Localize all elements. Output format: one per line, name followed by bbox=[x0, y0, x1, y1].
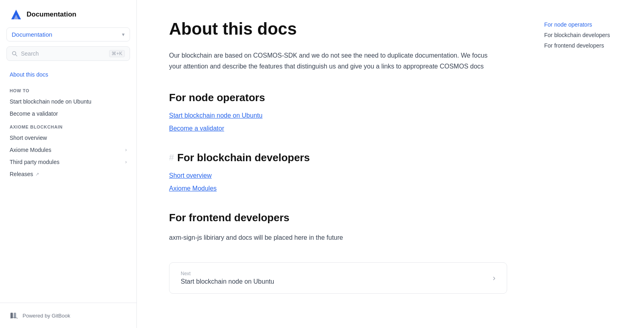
link-axiome-modules[interactable]: Axiome Modules bbox=[169, 185, 507, 192]
page-title: About this docs bbox=[169, 19, 507, 39]
sidebar: Documentation Documentation ▾ Search ⌘+K… bbox=[0, 0, 137, 328]
chevron-right-icon: › bbox=[125, 147, 127, 153]
link-start-blockchain-node[interactable]: Start blockchain node on Ubuntu bbox=[169, 112, 507, 119]
next-title: Start blockchain node on Ubuntu bbox=[181, 278, 274, 285]
next-card-content: Next Start blockchain node on Ubuntu bbox=[181, 271, 274, 285]
next-label: Next bbox=[181, 271, 274, 276]
logo-icon bbox=[10, 8, 23, 21]
sidebar-item-short-overview[interactable]: Short overview bbox=[0, 132, 136, 144]
link-become-validator[interactable]: Become a validator bbox=[169, 125, 507, 132]
search-left: Search bbox=[12, 50, 39, 57]
main-content: About this docs Our blockchain are based… bbox=[137, 0, 539, 328]
search-bar[interactable]: Search ⌘+K bbox=[6, 46, 130, 61]
gitbook-icon bbox=[10, 311, 19, 320]
section-for-blockchain-developers: # For blockchain developers Short overvi… bbox=[169, 152, 507, 192]
toc-item-frontend-developers[interactable]: For frontend developers bbox=[539, 40, 634, 51]
section-heading-frontend-developers: For frontend developers bbox=[169, 212, 507, 224]
sidebar-item-start-node[interactable]: Start blockchain node on Ubuntu bbox=[0, 95, 136, 108]
chevron-down-icon: ▾ bbox=[122, 31, 125, 37]
toc-item-node-operators[interactable]: For node operators bbox=[539, 19, 634, 30]
sidebar-footer: Powered by GitBook bbox=[0, 303, 136, 328]
sidebar-section-how-to: HOW TO bbox=[0, 83, 136, 95]
hash-icon: # bbox=[169, 152, 174, 163]
next-arrow-icon: › bbox=[493, 273, 495, 282]
table-of-contents: For node operators For blockchain develo… bbox=[539, 0, 644, 328]
search-placeholder-text: Search bbox=[21, 50, 39, 57]
sidebar-item-become-validator[interactable]: Become a validator bbox=[0, 108, 136, 120]
external-link-icon: ↗ bbox=[35, 172, 39, 177]
sidebar-item-releases[interactable]: Releases ↗ bbox=[0, 168, 136, 180]
section-heading-blockchain-developers: # For blockchain developers bbox=[169, 152, 507, 164]
sidebar-active-link[interactable]: About this docs bbox=[0, 69, 136, 80]
frontend-section-text: axm-sign-js libiriary and docs will be p… bbox=[169, 232, 507, 243]
section-for-frontend-developers: For frontend developers axm-sign-js libi… bbox=[169, 212, 507, 243]
search-shortcut: ⌘+K bbox=[109, 50, 125, 57]
section-for-node-operators: For node operators Start blockchain node… bbox=[169, 91, 507, 132]
sidebar-header: Documentation bbox=[0, 8, 136, 27]
footer-text: Powered by GitBook bbox=[23, 313, 70, 319]
chevron-right-icon: › bbox=[125, 159, 127, 165]
doc-selector-label: Documentation bbox=[12, 31, 52, 38]
section-heading-node-operators: For node operators bbox=[169, 91, 507, 104]
sidebar-item-axiome-modules[interactable]: Axiome Modules › bbox=[0, 144, 136, 156]
next-card[interactable]: Next Start blockchain node on Ubuntu › bbox=[169, 262, 507, 294]
intro-paragraph: Our blockchain are based on COSMOS-SDK a… bbox=[169, 50, 491, 72]
sidebar-section-axiome: AXIOME BLOCKCHAIN bbox=[0, 120, 136, 132]
search-icon bbox=[12, 51, 18, 57]
doc-selector[interactable]: Documentation ▾ bbox=[6, 27, 130, 42]
toc-item-blockchain-developers[interactable]: For blockchain developers bbox=[539, 30, 634, 40]
sidebar-item-third-party-modules[interactable]: Third party modules › bbox=[0, 156, 136, 168]
link-short-overview[interactable]: Short overview bbox=[169, 172, 507, 179]
logo-text: Documentation bbox=[27, 10, 76, 19]
